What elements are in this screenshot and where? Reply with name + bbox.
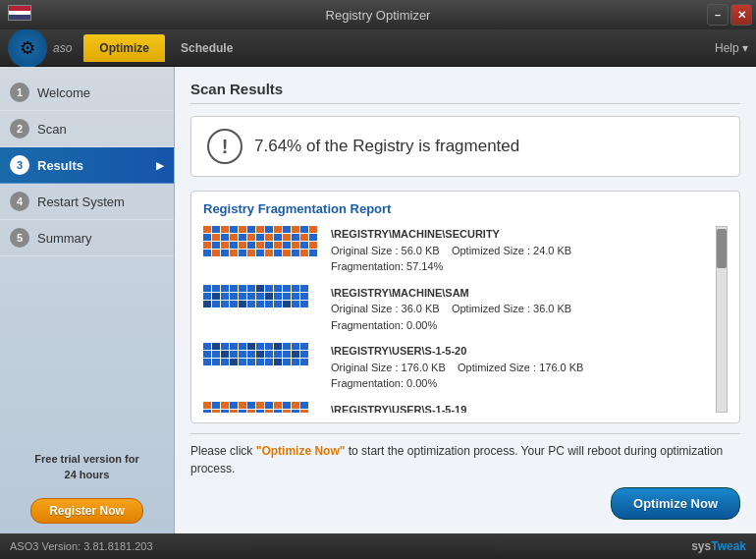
- page-title: Scan Results: [190, 81, 740, 104]
- reg-frag-3: Fragmentation: 0.00%: [331, 375, 583, 392]
- bottom-message: Please click "Optimize Now" to start the…: [190, 433, 740, 477]
- sidebar-item-scan[interactable]: 2 Scan: [0, 111, 174, 147]
- reg-sizes-2: Original Size : 36.0 KB Optimized Size :…: [331, 301, 571, 317]
- warning-icon: !: [207, 129, 243, 164]
- brand-label: aso: [53, 41, 72, 55]
- sidebar-item-summary-label: Summary: [37, 231, 92, 246]
- optimize-now-button[interactable]: Optimize Now: [611, 487, 740, 520]
- scroll-thumb[interactable]: [717, 229, 727, 268]
- main-layout: 1 Welcome 2 Scan 3 Results ▶ 4 Restart S…: [0, 67, 756, 533]
- brand-bottom: sysTweak: [691, 539, 746, 553]
- report-title: Registry Fragmentation Report: [203, 201, 728, 216]
- brand-sys: sys: [691, 539, 711, 553]
- toolbar: ⚙ aso Optimize Schedule Help ▾: [0, 29, 756, 67]
- reg-path-4: \REGISTRY\USER\S-1-5-19: [331, 402, 583, 414]
- report-item-3: \REGISTRY\USER\S-1-5-20 Original Size : …: [203, 343, 728, 392]
- sidebar-item-results-label: Results: [37, 158, 83, 173]
- sidebar: 1 Welcome 2 Scan 3 Results ▶ 4 Restart S…: [0, 67, 175, 533]
- window-title: Registry Optimizer: [326, 8, 431, 23]
- reg-sizes-3: Original Size : 176.0 KB Optimized Size …: [331, 360, 583, 376]
- status-bar: ASO3 Version: 3.81.8181.203 sysTweak: [0, 533, 756, 559]
- reg-path-2: \REGISTRY\MACHINE\SAM: [331, 285, 571, 302]
- help-button[interactable]: Help ▾: [715, 41, 748, 55]
- report-item-1: \REGISTRY\MACHINE\SECURITY Original Size…: [203, 226, 728, 275]
- step-3-num: 3: [10, 155, 29, 175]
- close-button[interactable]: ✕: [730, 4, 752, 26]
- optimize-area: Optimize Now: [190, 487, 740, 520]
- sidebar-item-restart[interactable]: 4 Restart System: [0, 184, 174, 220]
- reg-sizes-1: Original Size : 56.0 KB Optimized Size :…: [331, 243, 571, 259]
- sidebar-spacer: [0, 256, 174, 442]
- trial-line2: 24 hours: [65, 469, 110, 480]
- sidebar-item-welcome[interactable]: 1 Welcome: [0, 75, 174, 111]
- reg-frag-1: Fragmentation: 57.14%: [331, 258, 571, 275]
- frag-bar-1: [203, 226, 321, 257]
- report-info-4: \REGISTRY\USER\S-1-5-19 Original Size : …: [331, 402, 583, 414]
- tab-schedule[interactable]: Schedule: [165, 34, 248, 62]
- tab-optimize[interactable]: Optimize: [83, 34, 165, 62]
- trial-info: Free trial version for 24 hours: [0, 442, 174, 492]
- report-info-2: \REGISTRY\MACHINE\SAM Original Size : 36…: [331, 285, 571, 334]
- minimize-button[interactable]: –: [707, 4, 729, 26]
- frag-bar-2: [203, 285, 321, 308]
- frag-bar-4: [203, 402, 321, 414]
- reg-path-3: \REGISTRY\USER\S-1-5-20: [331, 343, 583, 360]
- alert-message: 7.64% of the Registry is fragmented: [254, 137, 519, 156]
- logo-area: ⚙ aso: [8, 28, 72, 68]
- reg-path-1: \REGISTRY\MACHINE\SECURITY: [331, 226, 571, 243]
- reg-frag-2: Fragmentation: 0.00%: [331, 317, 571, 334]
- alert-box: ! 7.64% of the Registry is fragmented: [190, 116, 740, 177]
- window-controls: – ✕: [707, 4, 752, 26]
- brand-tweak: Tweak: [711, 539, 746, 553]
- sidebar-item-restart-label: Restart System: [37, 195, 125, 209]
- app-logo-icon: ⚙: [8, 28, 47, 68]
- sidebar-item-summary[interactable]: 5 Summary: [0, 220, 174, 256]
- report-section: Registry Fragmentation Report: [190, 191, 740, 423]
- version-label: ASO3 Version: 3.81.8181.203: [10, 540, 153, 552]
- optimize-now-link: "Optimize Now": [256, 444, 346, 458]
- report-scrollbar[interactable]: [716, 226, 728, 413]
- report-list: \REGISTRY\MACHINE\SECURITY Original Size…: [203, 226, 728, 413]
- report-info-3: \REGISTRY\USER\S-1-5-20 Original Size : …: [331, 343, 583, 392]
- flag-icon: [8, 5, 31, 21]
- step-5-num: 5: [10, 228, 29, 248]
- step-2-num: 2: [10, 119, 29, 139]
- content-area: Scan Results ! 7.64% of the Registry is …: [175, 67, 756, 533]
- results-arrow-icon: ▶: [156, 160, 164, 171]
- register-button[interactable]: Register Now: [30, 498, 143, 524]
- sidebar-item-welcome-label: Welcome: [37, 85, 90, 100]
- frag-bar-3: [203, 343, 321, 366]
- bottom-msg-part1: Please click: [190, 444, 256, 458]
- sidebar-item-scan-label: Scan: [37, 122, 67, 137]
- report-info-1: \REGISTRY\MACHINE\SECURITY Original Size…: [331, 226, 571, 275]
- step-4-num: 4: [10, 192, 29, 211]
- report-item-4: \REGISTRY\USER\S-1-5-19 Original Size : …: [203, 402, 728, 414]
- sidebar-item-results[interactable]: 3 Results ▶: [0, 147, 174, 184]
- title-bar: Registry Optimizer – ✕: [0, 0, 756, 29]
- report-item-2: \REGISTRY\MACHINE\SAM Original Size : 36…: [203, 285, 728, 334]
- trial-line1: Free trial version for: [34, 453, 138, 465]
- step-1-num: 1: [10, 83, 29, 102]
